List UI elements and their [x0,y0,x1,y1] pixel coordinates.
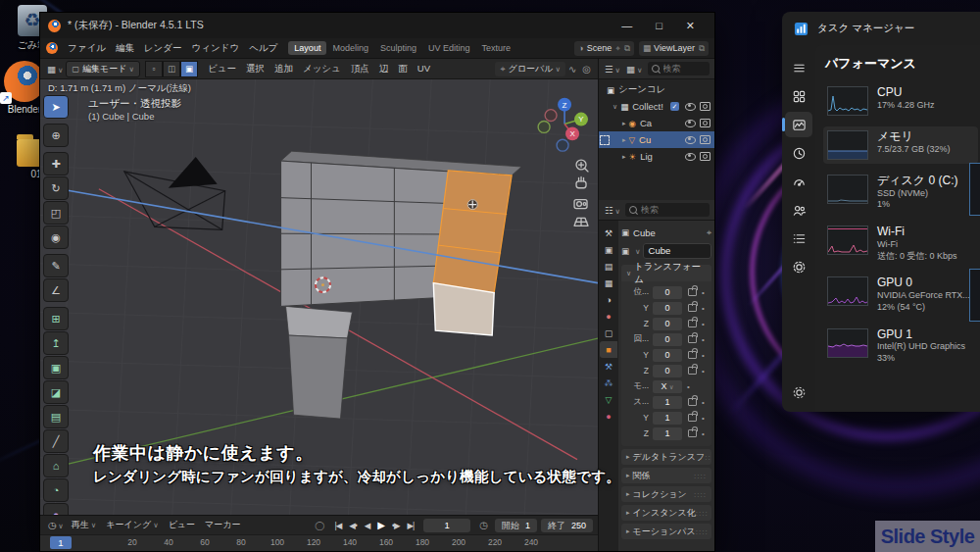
animate-dot-icon[interactable]: • [702,398,705,407]
end-frame-field[interactable]: 終了250 [541,519,593,532]
tool-add-cube[interactable]: ⊞ [43,307,69,330]
start-frame-field[interactable]: 開始1 [495,519,537,532]
animate-dot-icon[interactable]: • [702,351,705,360]
animate-dot-icon[interactable]: • [702,414,705,423]
panel-4[interactable]: ▸モーションパス:::: [621,524,711,539]
menu-view[interactable]: ビュー [164,519,200,531]
scene-selector[interactable]: ◑ Scene ⌖ ⧉ [574,41,634,56]
camera-view-icon[interactable] [574,200,587,209]
lock-icon[interactable] [688,320,697,327]
edge-select-button[interactable]: ◫ [163,61,180,77]
properties-tab-output[interactable]: ▤ [600,258,617,275]
task-manager-titlebar[interactable]: タスク マネージャー [782,12,980,45]
properties-tab-tool[interactable]: ⚒ [600,225,617,241]
transform-value-field[interactable]: 0 [653,302,682,315]
proportional-edit-icon[interactable]: ◎ [579,64,594,75]
eye-icon[interactable] [685,103,696,111]
viewport-menu-2[interactable]: 追加 [270,63,298,75]
gizmo-axis-neg[interactable] [538,122,550,133]
properties-search[interactable]: 検索 [625,203,710,217]
panel-1[interactable]: ▸関係:::: [621,468,711,483]
menu-keying[interactable]: キーイング∨ [101,519,163,531]
gizmo-axis-neg[interactable] [545,110,557,122]
tool-extrude[interactable]: ↥ [43,331,69,355]
jump-end-button[interactable]: ▶| [403,521,417,530]
lock-icon[interactable] [688,398,697,406]
tab-sculpting[interactable]: Sculpting [374,41,422,55]
perspective-grid-icon[interactable] [574,218,588,226]
collapse-icon[interactable]: ∨ [626,270,631,277]
transform-value-field[interactable]: 0 [653,365,682,377]
menu-0[interactable]: ファイル [63,42,111,55]
minimize-button[interactable]: — [610,20,644,32]
sidebar-menu-icon[interactable] [785,55,812,80]
metric-disk[interactable]: ディスク 0 (C:)SSD (NVMe)1% [823,171,978,215]
eye-icon[interactable] [685,120,696,127]
properties-tab-render[interactable]: ▣ [600,241,617,258]
collection-checkbox[interactable]: ✓ [670,102,679,111]
lock-icon[interactable] [688,414,697,422]
tool-rotate[interactable]: ↻ [43,176,69,200]
metric-gpu0[interactable]: GPU 0NVIDIA GeForce RTX...12% (54 °C) [823,273,978,317]
transform-panel-header[interactable]: ∨ トランスフォーム [621,265,711,281]
transform-value-field[interactable]: 0 [653,333,682,346]
metric-gpu1[interactable]: GPU 1Intel(R) UHD Graphics33% [823,325,978,369]
close-button[interactable]: ✕ [674,20,707,32]
transform-value-field[interactable]: 0 [653,318,682,330]
tab-texture[interactable]: Texture [475,41,516,55]
tool-cursor[interactable]: ⊕ [43,124,69,147]
cube-mesh[interactable] [281,151,522,419]
transform-value-field[interactable]: 1 [653,427,682,440]
sidebar-startup-apps-icon[interactable] [785,169,812,194]
timeline-ruler[interactable]: 1 20406080100120140160180200220240 [40,534,598,551]
eye-icon[interactable] [685,153,696,161]
camera-toggle-icon[interactable] [700,119,710,127]
expand-icon[interactable]: ▸ [622,136,626,144]
face-select-button[interactable]: ▣ [180,61,198,77]
camera-toggle-icon[interactable] [700,135,710,144]
panel-3[interactable]: ▸インスタンス化:::: [621,505,711,521]
properties-tab-scene[interactable]: ◑ [600,291,617,308]
tool-transform[interactable]: ◉ [43,226,69,249]
panel-2[interactable]: ▸コレクション:::: [621,486,711,502]
eye-icon[interactable] [685,136,696,144]
current-frame-field[interactable]: 1 [423,519,470,532]
prev-keyframe-button[interactable]: ◀• [345,521,361,530]
orientation-selector[interactable]: ⌖ グローバル∨ [495,62,564,76]
viewport-menu-7[interactable]: UV [413,63,435,75]
next-keyframe-button[interactable]: •▶ [388,521,404,530]
animate-dot-icon[interactable]: • [702,288,705,297]
viewlayer-selector[interactable]: ▦ ViewLayer ⧉ [639,41,709,56]
tool-smooth[interactable]: ● [43,503,69,515]
outliner-collection[interactable]: ∨ ▦ Collect! ✓ [599,98,714,115]
sidebar-performance-icon[interactable] [785,112,812,137]
expand-icon[interactable]: ▸ [622,120,626,127]
app-menu-icon[interactable] [46,42,58,54]
properties-tab-collection[interactable]: ▢ [600,325,617,341]
tool-select-box[interactable]: ➤ [43,95,69,119]
zoom-icon[interactable] [576,160,588,172]
playhead[interactable]: 1 [50,536,72,549]
lock-icon[interactable] [688,429,697,437]
viewport-menu-3[interactable]: メッシュ [298,63,346,75]
metric-cpu[interactable]: CPU17% 4.28 GHz [823,82,978,120]
menu-3[interactable]: ウィンドウ [187,42,245,55]
tool-knife[interactable]: ╱ [43,429,69,453]
properties-tab-material[interactable]: ● [600,408,617,425]
pin-icon[interactable]: ⌖ [707,227,711,238]
properties-tab-view-layer[interactable]: ▦ [600,275,617,291]
sidebar-services-icon[interactable] [785,254,812,279]
tool-move[interactable]: ✚ [43,152,69,176]
outliner-search[interactable]: 検索 [648,62,710,75]
tool-scale[interactable]: ◰ [43,201,69,225]
tool-loop-cut[interactable]: ▤ [43,405,69,428]
tab-modeling[interactable]: Modeling [326,41,374,55]
menu-2[interactable]: レンダー [139,42,187,55]
transform-value-field[interactable]: 0 [653,349,682,362]
menu-4[interactable]: ヘルプ [244,42,282,55]
tab-layout[interactable]: Layout [288,41,326,55]
lock-icon[interactable] [688,367,697,375]
outliner-filter-icon[interactable]: ☰∨ [602,64,623,75]
lock-icon[interactable] [688,288,697,296]
editor-type-icon[interactable]: ▦∨ [44,64,66,75]
